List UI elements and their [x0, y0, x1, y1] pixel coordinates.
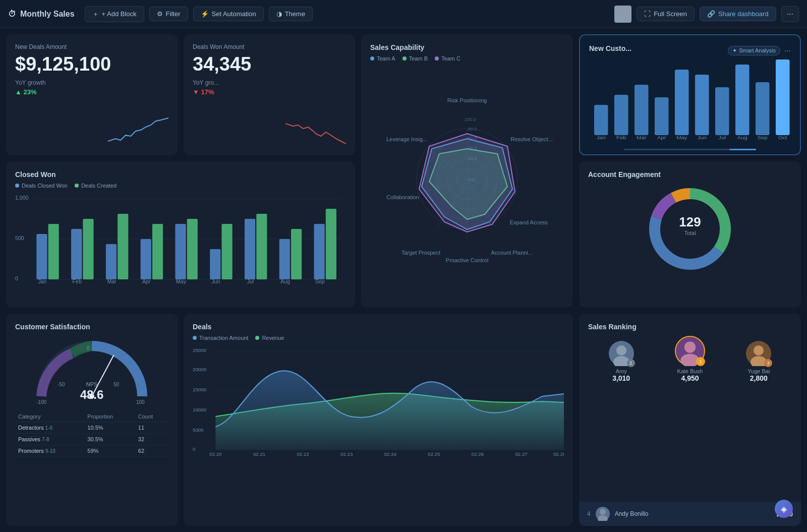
- new-customer-title: New Custo...: [589, 44, 631, 52]
- set-automation-button[interactable]: ⚡ Set Automation: [193, 7, 264, 21]
- new-deals-growth-value: 23%: [23, 88, 36, 96]
- svg-text:Risk Positioning: Risk Positioning: [447, 97, 487, 103]
- svg-text:Jun: Jun: [211, 279, 220, 284]
- andy-avatar: [596, 507, 610, 521]
- svg-text:02.23: 02.23: [340, 452, 353, 457]
- filter-button[interactable]: ⚙ Filter: [149, 7, 188, 21]
- header: ⏱ Monthly Sales ＋ + Add Block ⚙ Filter ⚡…: [0, 0, 807, 28]
- rank-badge-2: 2: [627, 359, 635, 367]
- sales-capability-card: Sales Capability Team A Team B Team C Ri…: [361, 34, 573, 308]
- legend-team-b: Team B: [402, 55, 428, 62]
- svg-text:-50: -50: [57, 382, 65, 387]
- sales-cap-title: Sales Capability: [370, 43, 564, 51]
- svg-text:10000: 10000: [193, 407, 206, 412]
- svg-text:02.28: 02.28: [553, 452, 564, 457]
- fab-button[interactable]: ◈: [775, 500, 793, 518]
- sat-col-count: Count: [135, 411, 168, 422]
- diamond-icon: ◈: [781, 504, 787, 514]
- svg-text:Resolve Object...: Resolve Object...: [510, 136, 553, 142]
- svg-rect-68: [245, 219, 255, 279]
- sat-col-category: Category: [15, 411, 84, 422]
- deals-won-value: 34,345: [193, 53, 346, 75]
- sales-cap-legend: Team A Team B Team C: [370, 55, 564, 62]
- svg-text:Leverage Insig...: Leverage Insig...: [386, 136, 427, 142]
- svg-rect-32: [635, 85, 649, 135]
- rank-2-amy: 2 Amy 3,010: [609, 341, 634, 382]
- new-customer-card: New Custo... ✦ Smart Analysis ⋯: [579, 34, 801, 155]
- sat-row-detractors: Detractors 1-6 10.5% 11: [15, 422, 168, 434]
- add-block-button[interactable]: ＋ + Add Block: [85, 6, 144, 22]
- svg-text:Jul: Jul: [247, 279, 254, 284]
- svg-text:129: 129: [679, 214, 701, 229]
- svg-rect-30: [594, 105, 608, 135]
- svg-rect-65: [187, 219, 198, 279]
- automation-icon: ⚡: [201, 10, 209, 18]
- svg-point-127: [600, 509, 606, 515]
- kate-value: 4,950: [675, 374, 705, 382]
- svg-point-121: [616, 345, 626, 356]
- customer-satisfaction-card: Customer Satisfaction -100 -50: [6, 314, 178, 526]
- radar-chart-area: Risk Positioning Resolve Object... Expan…: [370, 67, 564, 291]
- svg-rect-31: [614, 95, 628, 135]
- deals-card: Deals Transaction Amount Revenue 25000 2…: [184, 314, 573, 526]
- deals-won-mini-chart: [285, 116, 346, 146]
- svg-rect-57: [48, 224, 59, 279]
- new-deals-growth-arrow: ▲: [15, 88, 23, 96]
- svg-text:Expand Access: Expand Access: [510, 219, 548, 225]
- andy-name: Andy Bonillo: [615, 510, 649, 517]
- new-deals-label: New Deals Amount: [15, 43, 168, 50]
- svg-text:0: 0: [87, 345, 90, 351]
- svg-text:May: May: [176, 279, 187, 284]
- deals-title: Deals: [193, 323, 564, 331]
- closed-won-legend: Deals Closed Won Deals Created: [15, 183, 346, 189]
- svg-text:20000: 20000: [193, 367, 206, 372]
- more-options-icon[interactable]: ⋯: [784, 47, 791, 54]
- new-deals-value: $9,125,100: [15, 53, 168, 75]
- svg-rect-71: [291, 229, 302, 279]
- theme-icon: ◑: [276, 10, 282, 18]
- rank-1-kate: 1 Kate Bush 4,950: [675, 336, 705, 382]
- svg-rect-60: [106, 244, 117, 279]
- star-icon: ✦: [732, 47, 737, 54]
- svg-rect-36: [715, 87, 729, 135]
- filter-icon: ⚙: [157, 10, 163, 18]
- svg-rect-63: [152, 224, 163, 279]
- theme-button[interactable]: ◑ Theme: [269, 7, 313, 21]
- app-title: ⏱ Monthly Sales: [8, 10, 75, 19]
- deals-won-growth-label: YoY gro...: [193, 79, 346, 86]
- svg-rect-66: [210, 249, 220, 279]
- deals-line-chart: 25000 20000 15000 10000 5000 0: [193, 346, 564, 457]
- svg-rect-73: [326, 209, 336, 279]
- new-deals-mini-chart: [108, 116, 168, 146]
- svg-rect-62: [141, 239, 151, 279]
- legend-deals-created: Deals Created: [75, 183, 117, 189]
- share-button[interactable]: 🔗 Share dashboard: [700, 7, 776, 21]
- svg-rect-39: [776, 60, 790, 135]
- deals-legend: Transaction Amount Revenue: [193, 335, 564, 341]
- svg-text:100.0: 100.0: [465, 117, 476, 122]
- fullscreen-icon: ⛶: [644, 10, 651, 18]
- smart-analysis-badge[interactable]: ✦ Smart Analysis: [728, 46, 780, 55]
- closed-won-title: Closed Won: [15, 170, 346, 179]
- svg-rect-58: [71, 229, 82, 279]
- yuge-value: 2,800: [746, 374, 771, 382]
- svg-rect-69: [256, 214, 267, 279]
- account-engagement-card: Account Engagement 129 Total: [579, 161, 801, 308]
- svg-point-125: [754, 345, 764, 356]
- svg-text:Collaboration: Collaboration: [386, 194, 419, 200]
- kate-avatar: 1: [675, 336, 705, 366]
- sat-row-passives: Passives 7-8 30.5% 32: [15, 434, 168, 445]
- svg-rect-70: [279, 239, 290, 279]
- more-button[interactable]: ···: [781, 6, 799, 22]
- svg-text:NPS: NPS: [86, 381, 98, 387]
- fullscreen-button[interactable]: ⛶ Full Screen: [637, 7, 695, 21]
- svg-text:Sep: Sep: [315, 279, 325, 284]
- svg-rect-61: [118, 214, 128, 279]
- svg-text:02.21: 02.21: [253, 452, 265, 457]
- svg-text:Jul: Jul: [719, 135, 726, 140]
- legend-team-a: Team A: [370, 55, 395, 62]
- svg-rect-35: [695, 75, 709, 135]
- amy-value: 3,010: [609, 374, 634, 382]
- legend-transaction: Transaction Amount: [193, 335, 248, 341]
- scroll-indicator[interactable]: [624, 149, 756, 150]
